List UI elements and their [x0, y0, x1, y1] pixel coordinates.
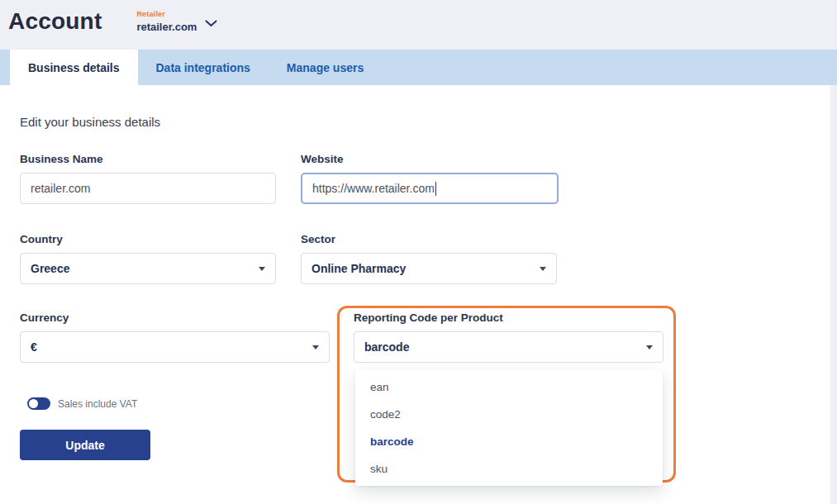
sector-label: Sector: [301, 233, 557, 245]
tab-bar: Business details Data integrations Manag…: [0, 50, 837, 85]
reporting-code-label: Reporting Code per Product: [354, 311, 663, 324]
text-cursor: [435, 182, 436, 196]
chevron-down-icon: [205, 20, 217, 27]
business-name-input[interactable]: retailer.com: [20, 173, 276, 204]
business-name-label: Business Name: [20, 153, 276, 165]
sector-value: Online Pharmacy: [311, 262, 406, 275]
dropdown-option-barcode[interactable]: barcode: [355, 428, 663, 455]
account-page: Account Retailer retailer.com Business d…: [0, 0, 837, 504]
retailer-name: retailer.com: [136, 21, 197, 33]
chevron-down-icon: [540, 267, 546, 271]
page-title: Account: [8, 8, 102, 35]
vat-toggle-row: Sales include VAT: [27, 397, 137, 410]
dropdown-option-ean[interactable]: ean: [355, 373, 663, 401]
toggle-knob: [29, 399, 38, 408]
currency-value: €: [31, 340, 37, 354]
retailer-selector-texts: Retailer retailer.com: [136, 10, 197, 33]
chevron-down-icon: [259, 267, 265, 271]
website-label: Website: [301, 153, 559, 165]
reporting-code-field: Reporting Code per Product barcode: [354, 311, 663, 363]
website-field: Website https://www.retailer.com: [301, 153, 559, 204]
header: Account Retailer retailer.com: [0, 0, 837, 50]
tab-business-details[interactable]: Business details: [10, 50, 138, 85]
chevron-down-icon: [646, 345, 653, 349]
reporting-code-select[interactable]: barcode: [354, 331, 663, 363]
currency-select[interactable]: €: [20, 331, 330, 363]
tab-data-integrations[interactable]: Data integrations: [138, 50, 269, 85]
section-heading: Edit your business details: [20, 115, 160, 129]
country-label: Country: [20, 233, 276, 245]
vat-toggle[interactable]: [27, 397, 50, 410]
retailer-selector[interactable]: Retailer retailer.com: [136, 10, 217, 33]
currency-field: Currency €: [20, 311, 330, 363]
update-button[interactable]: Update: [20, 430, 150, 460]
chevron-down-icon: [312, 345, 319, 349]
business-details-panel: Edit your business details Business Name…: [0, 85, 830, 504]
country-field: Country Greece: [20, 233, 276, 284]
sector-field: Sector Online Pharmacy: [301, 233, 557, 284]
currency-label: Currency: [20, 311, 330, 324]
dropdown-option-sku[interactable]: sku: [355, 455, 663, 483]
dropdown-option-code2[interactable]: code2: [355, 401, 663, 428]
website-value: https://www.retailer.com: [312, 182, 435, 195]
retailer-type-label: Retailer: [136, 10, 197, 18]
country-select[interactable]: Greece: [20, 253, 276, 284]
reporting-code-value: barcode: [364, 340, 409, 354]
website-input[interactable]: https://www.retailer.com: [301, 173, 559, 204]
country-value: Greece: [31, 262, 69, 275]
vat-toggle-label: Sales include VAT: [58, 398, 137, 410]
sector-select[interactable]: Online Pharmacy: [301, 253, 557, 284]
business-name-field: Business Name retailer.com: [20, 153, 276, 204]
reporting-code-dropdown: ean code2 barcode sku: [355, 370, 663, 486]
tab-manage-users[interactable]: Manage users: [269, 50, 382, 85]
business-name-value: retailer.com: [31, 182, 90, 195]
